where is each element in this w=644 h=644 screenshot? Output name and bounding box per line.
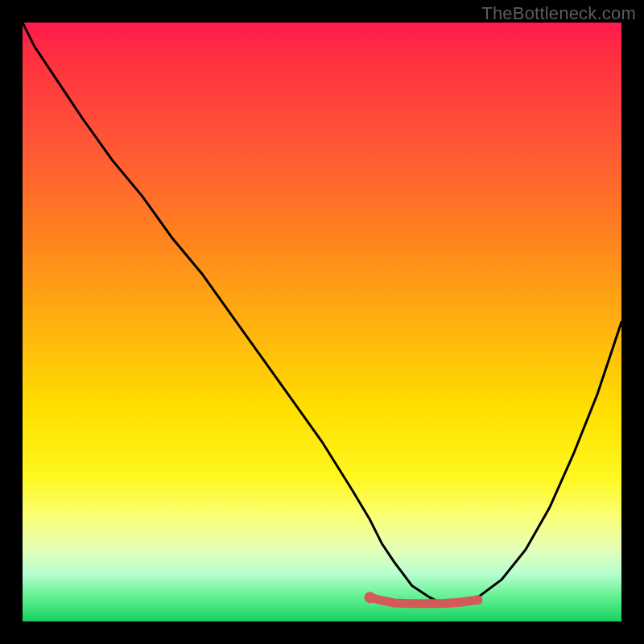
chart-frame: TheBottleneck.com: [0, 0, 644, 644]
highlight-dot-start: [365, 592, 376, 603]
watermark-text: TheBottleneck.com: [481, 3, 636, 24]
highlight-dot-end: [473, 595, 482, 605]
bottleneck-curve-path: [23, 23, 621, 604]
plot-area: [23, 23, 621, 621]
highlighted-segment-path: [370, 597, 478, 604]
bottleneck-curve-svg: [23, 23, 621, 621]
